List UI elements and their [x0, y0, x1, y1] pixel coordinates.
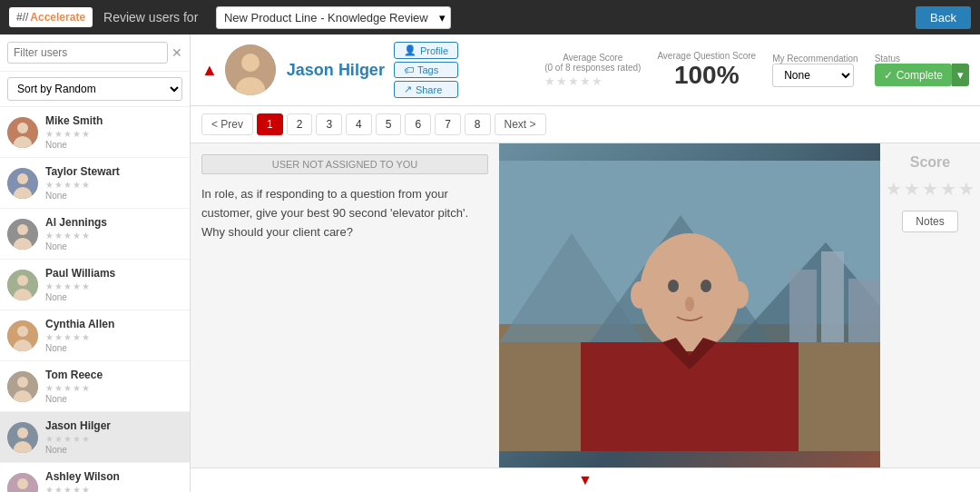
avg-question-value: 100% — [657, 61, 756, 90]
page-7-button[interactable]: 7 — [435, 113, 461, 135]
user-list-item[interactable]: Mike Smith ★ ★ ★ ★ ★ None — [0, 107, 190, 158]
user-list-item[interactable]: Jason Hilger ★ ★ ★ ★ ★ None — [0, 412, 190, 463]
page-5-button[interactable]: 5 — [376, 113, 402, 135]
page-2-button[interactable]: 2 — [287, 113, 313, 135]
course-select-wrapper[interactable]: New Product Line - Knowledge Review — [216, 6, 451, 29]
user-list-item[interactable]: Ashley Wilson ★ ★ ★ ★ ★ None — [0, 463, 190, 492]
notes-button[interactable]: Notes — [902, 211, 957, 232]
filter-input[interactable] — [7, 42, 168, 64]
avg-score-label: Average Score — [544, 53, 641, 63]
svg-point-42 — [631, 281, 649, 309]
score-stars-row[interactable]: ★ ★ ★ ★ ★ — [886, 178, 975, 200]
user-avatar — [7, 422, 38, 453]
star: ★ — [64, 231, 72, 241]
star: ★ — [45, 180, 54, 190]
tags-button[interactable]: 🏷 Tags — [394, 62, 458, 78]
star4: ★ — [580, 74, 591, 88]
user-name: Ashley Wilson — [45, 470, 182, 483]
user-stars: ★ ★ ★ ★ ★ — [45, 332, 182, 342]
star: ★ — [64, 332, 72, 342]
recommendation-select[interactable]: None — [772, 64, 854, 87]
star: ★ — [64, 129, 72, 139]
svg-point-43 — [730, 281, 749, 309]
user-info: Taylor Stewart ★ ★ ★ ★ ★ None — [45, 165, 182, 201]
svg-point-19 — [17, 428, 28, 438]
page-4-button[interactable]: 4 — [346, 113, 372, 135]
star: ★ — [45, 281, 54, 291]
chevron-up-icon[interactable]: ▲ — [201, 61, 218, 80]
star: ★ — [54, 231, 63, 241]
not-assigned-banner: USER NOT ASSIGNED TO YOU — [201, 154, 488, 174]
right-panel: ▲ Jason Hilger 👤 Profile 🏷 — [191, 34, 980, 492]
next-button[interactable]: Next > — [495, 113, 546, 135]
status-block: Status ✓ Complete ▾ — [875, 54, 969, 86]
user-avatar — [7, 168, 38, 199]
user-list-item[interactable]: Taylor Stewart ★ ★ ★ ★ ★ None — [0, 158, 190, 209]
star: ★ — [82, 383, 90, 393]
chevron-down-icon[interactable]: ▼ — [191, 467, 980, 492]
user-avatar — [7, 219, 38, 250]
content-area: USER NOT ASSIGNED TO YOU In role, as if … — [191, 143, 980, 467]
user-header: ▲ Jason Hilger 👤 Profile 🏷 — [191, 34, 980, 106]
star: ★ — [73, 180, 81, 190]
star: ★ — [73, 231, 81, 241]
review-label: Review users for — [103, 10, 198, 25]
star: ★ — [64, 180, 72, 190]
star: ★ — [73, 485, 81, 492]
status-label: Status — [875, 54, 969, 64]
video-area — [499, 143, 880, 467]
complete-button[interactable]: ✓ Complete — [875, 64, 952, 86]
user-info: Al Jennings ★ ★ ★ ★ ★ None — [45, 216, 182, 251]
star: ★ — [54, 332, 63, 342]
user-stars: ★ ★ ★ ★ ★ — [45, 231, 182, 241]
page-1-button[interactable]: 1 — [257, 113, 283, 135]
user-list-item[interactable]: Al Jennings ★ ★ ★ ★ ★ None — [0, 209, 190, 260]
average-score-block: Average Score (0 of 8 responses rated) ★… — [544, 53, 641, 88]
user-info: Ashley Wilson ★ ★ ★ ★ ★ None — [45, 470, 182, 492]
sort-select[interactable]: Sort by RandomSort by NameSort by Score — [7, 77, 182, 101]
score-star-2[interactable]: ★ — [904, 178, 920, 200]
star: ★ — [82, 281, 90, 291]
page-8-button[interactable]: 8 — [465, 113, 491, 135]
star: ★ — [54, 485, 63, 492]
sidebar: ✕ Sort by RandomSort by NameSort by Scor… — [0, 34, 191, 492]
avg-score-sub: (0 of 8 responses rated) — [544, 63, 641, 73]
user-avatar-large — [225, 44, 276, 95]
share-icon: ↗ — [404, 84, 412, 95]
score-star-4[interactable]: ★ — [940, 178, 956, 200]
user-list-item[interactable]: Paul Williams ★ ★ ★ ★ ★ None — [0, 260, 190, 310]
logo-name: Accelerate — [30, 11, 85, 24]
complete-dropdown-button[interactable]: ▾ — [952, 64, 969, 86]
score-star-3[interactable]: ★ — [922, 178, 938, 200]
svg-rect-36 — [821, 251, 844, 342]
star: ★ — [54, 129, 63, 139]
prev-button[interactable]: < Prev — [201, 113, 253, 135]
star: ★ — [64, 383, 72, 393]
user-list-item[interactable]: Cynthia Allen ★ ★ ★ ★ ★ None — [0, 310, 190, 361]
star: ★ — [45, 383, 54, 393]
user-name: Tom Reece — [45, 369, 182, 381]
page-6-button[interactable]: 6 — [405, 113, 431, 135]
logo-text: #// — [16, 11, 28, 24]
user-list-item[interactable]: Tom Reece ★ ★ ★ ★ ★ None — [0, 361, 190, 412]
star: ★ — [73, 129, 81, 139]
topbar: #// Accelerate Review users for New Prod… — [0, 0, 980, 34]
share-button[interactable]: ↗ Share — [394, 81, 458, 98]
filter-clear-button[interactable]: ✕ — [172, 45, 182, 60]
star: ★ — [82, 231, 90, 241]
page-3-button[interactable]: 3 — [316, 113, 342, 135]
score-star-5[interactable]: ★ — [958, 178, 975, 200]
score-star-1[interactable]: ★ — [886, 178, 902, 200]
profile-button[interactable]: 👤 Profile — [394, 42, 458, 59]
star: ★ — [82, 129, 90, 139]
star: ★ — [45, 434, 54, 444]
avg-question-label: Average Question Score — [657, 51, 756, 61]
star5: ★ — [592, 74, 603, 88]
tag-icon: 🏷 — [404, 64, 414, 75]
svg-point-44 — [668, 280, 679, 292]
star: ★ — [64, 434, 72, 444]
back-button[interactable]: Back — [916, 6, 971, 29]
star: ★ — [82, 180, 90, 190]
person-icon: 👤 — [404, 44, 416, 56]
course-select[interactable]: New Product Line - Knowledge Review — [216, 6, 451, 29]
